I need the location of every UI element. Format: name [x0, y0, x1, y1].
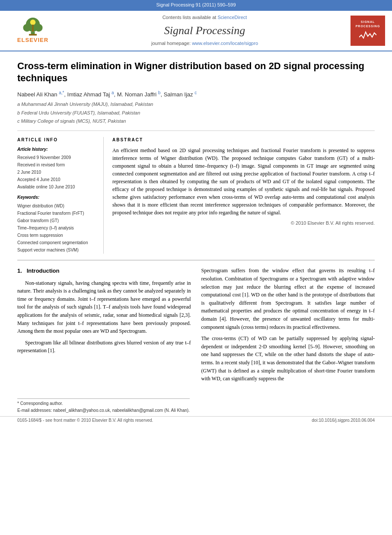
keyword-4: Time–frequency (t–f) analysis	[17, 224, 96, 232]
keyword-7: Support vector machines (SVM)	[17, 246, 96, 254]
body-col-right: Spectrogram suffers from the window effe…	[201, 267, 375, 386]
keyword-6: Connected component segmentation	[17, 239, 96, 246]
svg-point-2	[23, 24, 31, 32]
sp-logo-icon	[359, 29, 376, 41]
abstract-title: ABSTRACT	[112, 137, 375, 143]
received-revised: Received in revised form	[17, 162, 96, 168]
intro-section-label: Introduction	[27, 268, 60, 274]
footer-issn: 0165-1684/$ - see front matter © 2010 El…	[17, 417, 153, 424]
top-bar: Signal Processing 91 (2011) 590–599	[0, 0, 392, 10]
accepted-date: Accepted 4 June 2010	[17, 176, 96, 183]
body-col-left: 1. Introduction Non-stationary signals, …	[17, 267, 191, 386]
intro-para1: Non-stationary signals, having changing …	[17, 279, 191, 335]
article-info: ARTICLE INFO Article history: Received 9…	[17, 137, 104, 254]
header-center: Contents lists available at ScienceDirec…	[59, 14, 351, 47]
divider-2	[17, 260, 375, 261]
sciencedirect-link[interactable]: ScienceDirect	[217, 15, 247, 20]
affiliation-b: b Federal Urdu University (FUUAST), Isla…	[17, 110, 375, 116]
divider-1	[17, 131, 375, 131]
contents-line: Contents lists available at ScienceDirec…	[59, 14, 351, 21]
footer-bottom-bar: 0165-1684/$ - see front matter © 2010 El…	[0, 416, 392, 424]
email-label: E-mail addresses:	[17, 408, 52, 413]
signal-processing-logo-box: SIGNAL PROCESSING	[351, 16, 385, 46]
footnotes: * Corresponding author. E-mail addresses…	[17, 398, 190, 414]
homepage-link[interactable]: www.elsevier.com/locate/sigpro	[192, 41, 258, 46]
article-info-title: ARTICLE INFO	[17, 137, 96, 143]
abstract-text: An efficient method based on 2D signal p…	[112, 146, 375, 217]
body-two-col: 1. Introduction Non-stationary signals, …	[17, 267, 375, 386]
elsevier-logo: ELSEVIER	[7, 16, 59, 46]
corresponding-label: * Corresponding author.	[17, 401, 63, 406]
journal-homepage: journal homepage: www.elsevier.com/locat…	[59, 40, 351, 47]
svg-rect-5	[32, 25, 34, 32]
info-abstract-container: ARTICLE INFO Article history: Received 9…	[17, 137, 375, 254]
footnote-email: E-mail addresses: nabeel_alikhan@yahoo.c…	[17, 408, 190, 414]
keywords-list: Wigner distribution (WD) Fractional Four…	[17, 202, 96, 254]
abstract-col: ABSTRACT An efficient method based on 2D…	[112, 137, 375, 254]
elsevier-tree-icon	[18, 17, 48, 36]
intro-para3: Spectrogram suffers from the window effe…	[201, 267, 375, 331]
footer-area: * Corresponding author. E-mail addresses…	[0, 395, 392, 416]
authors: Nabeel Ali Khan a,*, Imtiaz Ahmad Taj a,…	[17, 90, 375, 99]
copyright-line: © 2010 Elsevier B.V. All rights reserved…	[112, 220, 375, 226]
elsevier-text: ELSEVIER	[17, 36, 48, 44]
email2: nabeelalikhan@gmail.com (N. Ali Khan).	[112, 408, 190, 413]
received-revised2: 2 June 2010	[17, 169, 96, 175]
keyword-1: Wigner distribution (WD)	[17, 202, 96, 210]
svg-rect-6	[29, 34, 37, 36]
intro-section-title: 1. Introduction	[17, 267, 191, 275]
footnote-corresponding: * Corresponding author.	[17, 401, 190, 407]
sp-logo-line2: PROCESSING	[356, 24, 380, 29]
header-area: ELSEVIER Contents lists available at Sci…	[0, 10, 392, 51]
svg-point-4	[30, 20, 36, 25]
received-date: Received 9 November 2009	[17, 154, 96, 161]
article-title: Cross-term elimination in Wigner distrib…	[17, 60, 375, 85]
keyword-3: Gabor transform (GT)	[17, 217, 96, 224]
intro-para2: Spectrogram like all bilinear distributi…	[17, 339, 191, 355]
footer-doi: doi:10.1016/j.sigpro.2010.06.004	[312, 417, 375, 424]
intro-para4: The cross-terms (CT) of WD can be partia…	[201, 334, 375, 383]
affiliation-c: c Military College of signals (MCS), NUS…	[17, 118, 375, 124]
keywords-title: Keywords:	[17, 194, 96, 201]
available-online: Available online 10 June 2010	[17, 184, 96, 190]
keyword-2: Fractional Fourier transform (FrFT)	[17, 210, 96, 217]
journal-citation: Signal Processing 91 (2011) 590–599	[156, 2, 236, 7]
sp-logo-line1: SIGNAL	[361, 20, 375, 24]
journal-title: Signal Processing	[59, 23, 351, 38]
email1: nabeel_alikhan@yahoo.co.uk,	[53, 408, 111, 413]
keyword-5: Cross term suppression	[17, 232, 96, 239]
svg-point-3	[35, 24, 43, 32]
article-history-title: Article history:	[17, 146, 96, 153]
affiliation-a: a Muhammad Ali Jinnah University (MAJU),…	[17, 101, 375, 108]
intro-section-number: 1.	[17, 268, 22, 274]
main-content: Cross-term elimination in Wigner distrib…	[0, 51, 392, 395]
